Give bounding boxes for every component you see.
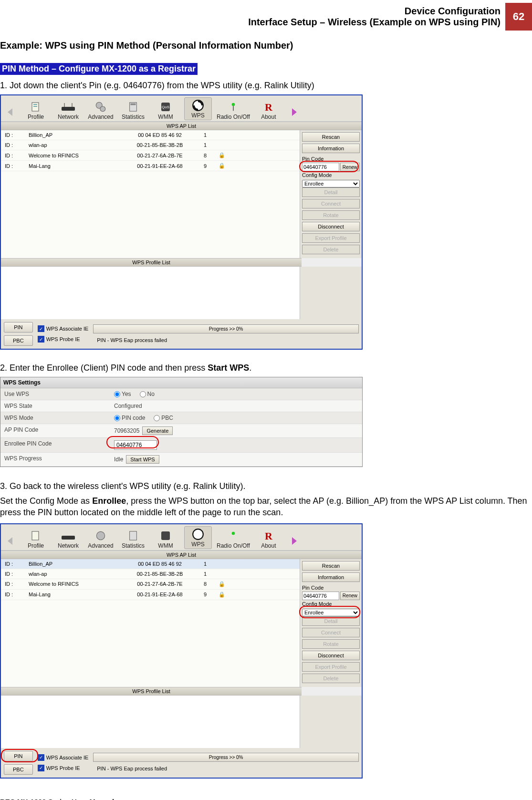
gear-icon	[93, 100, 109, 114]
wps-icon	[190, 99, 206, 112]
toolbar-radio[interactable]: Radio On/Off	[217, 100, 250, 120]
step-1: 1. Jot down the client's Pin (e.g. 04640…	[0, 81, 532, 91]
checkbox-icon: ✓	[38, 325, 44, 332]
radio-icon	[225, 100, 241, 114]
wps-mode-pbc[interactable]: PBC	[154, 415, 173, 421]
profile-list-header: WPS Profile List	[1, 687, 302, 696]
wps-icon	[190, 528, 206, 541]
checkbox-icon: ✓	[38, 336, 44, 343]
pbc-button[interactable]: PBC	[4, 764, 33, 775]
toolbar: Profile Network Advanced Statistics QoSW…	[1, 95, 362, 122]
status-text: PIN - WPS Eap process failed	[93, 336, 359, 344]
pbc-button[interactable]: PBC	[4, 335, 33, 346]
ap-row[interactable]: ID :Billion_AP00 04 ED 85 46 921	[1, 130, 300, 140]
toolbar-wps[interactable]: WPS	[184, 97, 212, 120]
network-icon	[60, 529, 76, 542]
about-icon: R	[261, 100, 277, 114]
assoc-ie-checkbox[interactable]: ✓WPS Associate IE	[38, 325, 89, 332]
toolbar-statistics[interactable]: Statistics	[119, 100, 147, 120]
svg-point-18	[96, 531, 104, 540]
wps-state-label: WPS State	[0, 400, 110, 412]
connect-button: Connect	[302, 199, 360, 208]
generate-button[interactable]: Generate	[142, 426, 173, 435]
information-button[interactable]: Information	[302, 572, 360, 582]
toolbar-advanced[interactable]: Advanced	[87, 529, 115, 549]
pin-code-field[interactable]: 04640776	[302, 163, 339, 171]
rotate-button: Rotate	[302, 210, 360, 220]
toolbar-profile[interactable]: Profile	[22, 100, 50, 120]
toolbar-statistics[interactable]: Statistics	[119, 529, 147, 549]
export-button: Export Profile	[302, 233, 360, 243]
step-3-desc: Set the Config Mode as Enrollee, press t…	[0, 495, 532, 519]
svg-rect-9	[131, 104, 136, 105]
footer: BEC MX-1200 Series User Manual	[0, 798, 532, 800]
disconnect-button[interactable]: Disconnect	[302, 222, 360, 231]
gear-icon	[93, 529, 109, 542]
delete-button: Delete	[302, 245, 360, 254]
ap-list-header: WPS AP List	[1, 122, 362, 130]
config-mode-label: Config Mode	[302, 171, 360, 179]
detail-button: Detail	[302, 616, 360, 626]
rotate-button: Rotate	[302, 639, 360, 649]
renew-button[interactable]: Renew	[340, 163, 360, 171]
svg-rect-3	[62, 107, 75, 111]
ap-row[interactable]: ID :wlan-ap00-21-85-BE-3B-2B1	[1, 140, 300, 150]
toolbar-advanced[interactable]: Advanced	[87, 100, 115, 120]
enrollee-pin-input[interactable]	[114, 440, 157, 450]
toolbar-wmm[interactable]: WMM	[152, 529, 179, 549]
ap-row[interactable]: ID :Mai-Lang00-21-91-EE-2A-689🔒	[1, 161, 300, 171]
use-wps-label: Use WPS	[0, 388, 110, 400]
wps-mode-pin[interactable]: PIN code	[114, 415, 145, 421]
calculator-icon	[125, 100, 141, 114]
profile-icon	[28, 529, 44, 542]
lock-icon: 🔒	[215, 592, 229, 598]
config-mode-select[interactable]: Enrollee	[302, 609, 360, 616]
calculator-icon	[125, 529, 141, 542]
rescan-button[interactable]: Rescan	[302, 561, 360, 571]
back-arrow-icon[interactable]	[4, 533, 17, 549]
forward-arrow-icon[interactable]	[287, 104, 301, 120]
lock-icon: 🔒	[215, 581, 229, 587]
disconnect-button[interactable]: Disconnect	[302, 651, 360, 660]
svg-text:R: R	[265, 530, 273, 541]
toolbar-profile[interactable]: Profile	[22, 529, 50, 549]
toolbar-about[interactable]: RAbout	[255, 529, 282, 549]
toolbar-network[interactable]: Network	[54, 100, 82, 120]
use-wps-no[interactable]: No	[140, 391, 155, 397]
ap-row[interactable]: ID :Welcome to RFINICS00-21-27-6A-2B-7E8…	[1, 579, 300, 590]
side-panel: Rescan Information Pin Code 04640776Rene…	[300, 559, 362, 687]
ap-row[interactable]: ID :Mai-Lang00-21-91-EE-2A-689🔒	[1, 590, 300, 600]
pin-button[interactable]: PIN	[4, 751, 33, 761]
probe-ie-checkbox[interactable]: ✓WPS Probe IE	[38, 765, 89, 771]
toolbar-wmm[interactable]: QoSWMM	[152, 100, 179, 120]
pin-code-label: Pin Code	[302, 155, 360, 163]
toolbar-network[interactable]: Network	[54, 529, 82, 549]
renew-button[interactable]: Renew	[340, 592, 360, 600]
assoc-ie-checkbox[interactable]: ✓WPS Associate IE	[38, 754, 89, 761]
pin-button[interactable]: PIN	[4, 322, 33, 332]
toolbar-wps[interactable]: WPS	[184, 526, 212, 549]
pin-code-field[interactable]: 04640776	[302, 592, 339, 600]
toolbar-radio[interactable]: Radio On/Off	[217, 529, 250, 549]
ap-pin-label: AP PIN Code	[0, 424, 110, 437]
checkbox-icon: ✓	[38, 754, 44, 761]
use-wps-yes[interactable]: Yes	[114, 391, 131, 397]
toolbar-about[interactable]: RAbout	[255, 100, 282, 120]
network-icon	[60, 100, 76, 114]
back-arrow-icon[interactable]	[4, 104, 17, 120]
config-mode-select[interactable]: Enrollee	[302, 180, 360, 187]
section-heading: PIN Method – Configure MX-1200 as a Regi…	[0, 63, 198, 75]
svg-rect-1	[33, 104, 37, 105]
checkbox-icon: ✓	[38, 765, 44, 771]
information-button[interactable]: Information	[302, 144, 360, 153]
bottom-row: PIN PBC ✓WPS Associate IE ✓WPS Probe IE …	[1, 748, 362, 778]
rescan-button[interactable]: Rescan	[302, 132, 360, 142]
ap-row[interactable]: ID :Welcome to RFINICS00-21-27-6A-2B-7E8…	[1, 150, 300, 161]
ap-pin-value: 70963205	[114, 427, 139, 434]
start-wps-button[interactable]: Start WPS	[126, 455, 159, 464]
forward-arrow-icon[interactable]	[287, 533, 301, 549]
wps-state-value: Configured	[110, 400, 362, 412]
ap-row[interactable]: ID :Billion_AP00 04 ED 85 46 921	[1, 559, 300, 569]
ap-row[interactable]: ID :wlan-ap00-21-85-BE-3B-2B1	[1, 569, 300, 579]
probe-ie-checkbox[interactable]: ✓WPS Probe IE	[38, 336, 89, 343]
